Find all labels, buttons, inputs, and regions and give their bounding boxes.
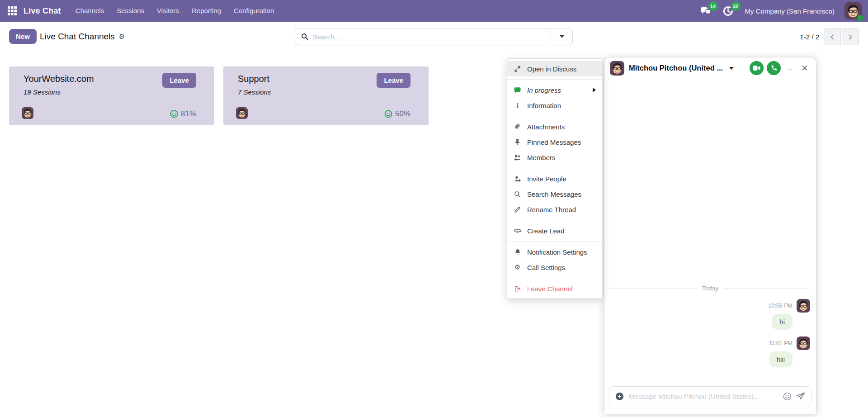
menu-item-leave-channel[interactable]: Leave Channel: [507, 281, 602, 296]
thread-actions-menu: Open in Discuss In progress i Informatio…: [507, 58, 602, 299]
members-icon: [513, 154, 522, 161]
menu-item-search-messages[interactable]: Search Messages: [507, 186, 602, 202]
date-divider-label: Today: [702, 285, 718, 292]
menu-divider: [507, 79, 602, 80]
sign-out-icon: [513, 285, 522, 292]
pin-icon: [513, 138, 522, 146]
menu-item-create-lead[interactable]: Create Lead: [507, 223, 602, 238]
paper-plane-icon: [797, 392, 805, 400]
bell-icon: [513, 249, 522, 256]
chat-window: Mitchou Pitchou (United ... – ✕ Today: [604, 57, 816, 414]
caret-down-icon: [560, 35, 564, 38]
minus-icon: –: [788, 64, 793, 72]
search-icon: [513, 191, 522, 198]
menu-item-open-in-discuss[interactable]: Open in Discuss: [507, 61, 602, 76]
member-avatar: [22, 107, 33, 119]
date-divider: Today: [610, 285, 810, 292]
menu-item-attachments[interactable]: Attachments: [507, 119, 602, 134]
menu-item-members[interactable]: Members: [507, 150, 602, 165]
message-timestamp: 10:56 PM: [768, 303, 793, 309]
top-navbar: Live Chat Channels Sessions Visitors Rep…: [0, 0, 868, 22]
search-box: [295, 28, 573, 45]
search-input[interactable]: [313, 33, 551, 41]
minimize-chat-button[interactable]: –: [784, 62, 796, 74]
channel-title: Support: [238, 74, 269, 84]
pager-text: 1-2 / 2: [800, 22, 819, 52]
company-switcher[interactable]: My Company (San Francisco): [745, 7, 835, 15]
message-author-avatar: [797, 336, 810, 350]
apps-grid-icon[interactable]: [6, 5, 18, 17]
send-message-button[interactable]: [797, 392, 805, 400]
nav-item-configuration[interactable]: Configuration: [227, 0, 280, 22]
chat-message: 11:01 PM hiii: [610, 336, 810, 371]
menu-divider: [507, 278, 602, 278]
pager-previous-button[interactable]: [824, 28, 841, 45]
start-video-call-button[interactable]: [750, 61, 764, 75]
plus-circle-icon: [615, 392, 624, 401]
control-panel: New Live Chat Channels ⚙ 1-2 / 2: [0, 22, 868, 52]
close-icon: ✕: [801, 64, 808, 72]
close-chat-button[interactable]: ✕: [799, 62, 811, 74]
start-voice-call-button[interactable]: [767, 61, 781, 75]
gear-icon: ⚙: [513, 264, 522, 271]
nav-item-reporting[interactable]: Reporting: [185, 0, 227, 22]
search-filters-dropdown-button[interactable]: [551, 28, 572, 45]
expand-icon: [513, 66, 522, 72]
menu-divider: [507, 220, 602, 220]
handshake-icon: [513, 227, 522, 234]
menu-item-rename-thread[interactable]: Rename Thread: [507, 202, 602, 217]
menu-divider: [507, 168, 602, 168]
nav-item-channels[interactable]: Channels: [69, 0, 110, 22]
pager-next-button[interactable]: [842, 28, 859, 45]
message-composer: [609, 386, 811, 406]
add-attachment-button[interactable]: [615, 392, 624, 401]
online-status-dot: [857, 15, 863, 21]
menu-item-information[interactable]: i Information: [507, 98, 602, 113]
chat-message: 10:56 PM hi: [610, 299, 810, 333]
menu-item-notification-settings[interactable]: Notification Settings: [507, 244, 602, 260]
search-icon: [301, 33, 308, 40]
paperclip-icon: [513, 123, 522, 130]
member-avatar: [236, 107, 248, 119]
view-settings-gear-icon[interactable]: ⚙: [119, 33, 125, 41]
message-bubble: hiii: [769, 351, 793, 367]
menu-item-in-progress[interactable]: In progress: [507, 82, 602, 98]
leave-button[interactable]: Leave: [162, 73, 196, 88]
phone-icon: [770, 65, 777, 71]
new-button[interactable]: New: [9, 29, 37, 44]
activities-badge: 32: [731, 1, 741, 11]
emoji-picker-button[interactable]: [783, 392, 792, 401]
chat-header: Mitchou Pitchou (United ... – ✕: [604, 57, 816, 79]
submenu-arrow-icon: [593, 88, 596, 92]
chevron-right-icon: [848, 34, 853, 40]
caret-down-icon[interactable]: [729, 67, 734, 70]
activities-systray-button[interactable]: 32: [722, 5, 735, 17]
channel-card-support[interactable]: Support 7 Sessions Leave 50%: [223, 66, 429, 125]
messages-badge: 14: [708, 1, 718, 11]
nav-item-visitors[interactable]: Visitors: [151, 0, 185, 22]
leave-button[interactable]: Leave: [377, 73, 410, 88]
happy-percentage: 81%: [181, 109, 196, 118]
chat-bubble-icon: [513, 87, 522, 94]
chevron-left-icon: [830, 34, 835, 40]
smiley-icon: [783, 392, 792, 401]
message-list[interactable]: Today 10:56 PM hi 11:01 PM hiii: [604, 79, 816, 386]
chat-partner-avatar: [610, 61, 624, 76]
messages-systray-button[interactable]: 14: [700, 5, 712, 17]
app-name[interactable]: Live Chat: [24, 6, 61, 16]
message-author-avatar: [797, 299, 810, 313]
composer-input[interactable]: [629, 393, 778, 400]
menu-item-call-settings[interactable]: ⚙ Call Settings: [507, 260, 602, 275]
menu-item-invite-people[interactable]: Invite People: [507, 171, 602, 186]
message-bubble: hi: [772, 314, 793, 330]
happy-smiley-icon: [170, 110, 178, 118]
nav-item-sessions[interactable]: Sessions: [110, 0, 151, 22]
chat-title[interactable]: Mitchou Pitchou (United ...: [629, 64, 723, 72]
user-avatar[interactable]: [844, 2, 862, 19]
channel-card-yourwebsite[interactable]: YourWebsite.com 19 Sessions Leave 81%: [9, 66, 214, 125]
message-timestamp: 11:01 PM: [769, 340, 793, 346]
video-camera-icon: [753, 65, 760, 71]
menu-item-pinned-messages[interactable]: Pinned Messages: [507, 134, 602, 150]
menu-divider: [507, 241, 602, 242]
kanban-view: YourWebsite.com 19 Sessions Leave 81% Su…: [9, 66, 429, 125]
